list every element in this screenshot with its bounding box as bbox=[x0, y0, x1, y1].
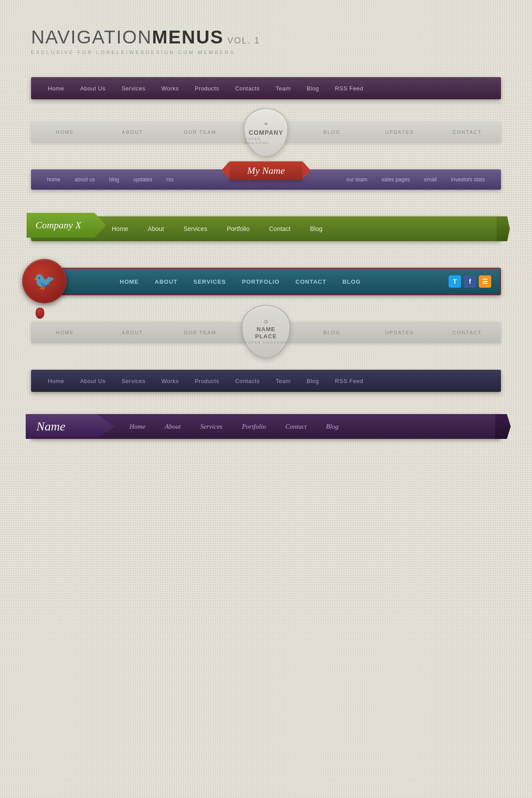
nav1-item-rssfeed[interactable]: RSS Feed bbox=[327, 77, 372, 99]
nav4-brand: Company X bbox=[27, 213, 106, 238]
nav1-container: Home About Us Services Works Products Co… bbox=[31, 77, 501, 99]
page-header: NAVIGATIONMENUSvol. 1 EXCLUSIVE FOR LORE… bbox=[31, 27, 501, 55]
nav2-badge-title: COMPANY bbox=[249, 129, 283, 137]
nav3-item-aboutus[interactable]: about us bbox=[67, 169, 102, 190]
nav2-item-ourteam[interactable]: OUR TEAM bbox=[166, 121, 234, 143]
nav3-item-blog[interactable]: blog bbox=[102, 169, 126, 190]
nav7: Home About Us Services Works Products Co… bbox=[31, 370, 501, 392]
nav3-wrapper: My Name home about us blog updates rss o… bbox=[31, 169, 501, 190]
nav4-item-portfolio[interactable]: Portfolio bbox=[217, 216, 259, 241]
nav5-item-contact[interactable]: CONTACT bbox=[288, 269, 335, 294]
nav8-wrapper: Name Home About Services Portfolio Conta… bbox=[31, 414, 501, 439]
nav7-item-contacts[interactable]: Contacts bbox=[227, 370, 267, 392]
nav2-item-about[interactable]: ABOUT bbox=[99, 121, 167, 143]
nav5-seal-circle: 🐦 bbox=[22, 259, 66, 303]
nav5-item-services[interactable]: SERVICES bbox=[185, 269, 234, 294]
nav8-item-home[interactable]: Home bbox=[120, 414, 155, 439]
nav5-item-blog[interactable]: BLOG bbox=[334, 269, 369, 294]
nav6-wrapper: NAMEPLACE SUPER AWESOME HOME ABOUT OUR T… bbox=[31, 322, 501, 343]
nav7-item-aboutus[interactable]: About Us bbox=[72, 370, 113, 392]
nav2-item-blog[interactable]: BLOG bbox=[298, 121, 366, 143]
nav3-item-investorsstats[interactable]: investors stats bbox=[444, 169, 492, 190]
nav4-wrapper: Company X Home About Services Portfolio … bbox=[31, 216, 501, 241]
nav7-item-products[interactable]: Products bbox=[187, 370, 227, 392]
nav1-item-blog[interactable]: Blog bbox=[299, 77, 327, 99]
nav6-badge-sub: SUPER AWESOME bbox=[245, 340, 288, 344]
nav8-item-about[interactable]: About bbox=[155, 414, 191, 439]
nav5-social: T f ☰ bbox=[449, 275, 491, 288]
nav7-item-team[interactable]: Team bbox=[268, 370, 299, 392]
nav5: HOME ABOUT SERVICES PORTFOLIO CONTACT BL… bbox=[31, 268, 501, 295]
nav7-container: Home About Us Services Works Products Co… bbox=[31, 370, 501, 392]
nav1-item-aboutus[interactable]: About Us bbox=[72, 77, 113, 99]
nav4-item-about[interactable]: About bbox=[138, 216, 174, 241]
nav1-item-products[interactable]: Products bbox=[187, 77, 227, 99]
nav5-seal: 🐦 bbox=[22, 259, 75, 312]
nav1-item-contacts[interactable]: Contacts bbox=[227, 77, 267, 99]
nav7-item-blog[interactable]: Blog bbox=[299, 370, 327, 392]
nav5-item-home[interactable]: HOME bbox=[112, 269, 147, 294]
page-subtitle: EXCLUSIVE FOR LORELEIWEBDESIGN.COM MEMBE… bbox=[31, 50, 501, 55]
nav3-item-salespages[interactable]: sales pages bbox=[375, 169, 417, 190]
nav6-item-ourteam[interactable]: OUR TEAM bbox=[166, 322, 234, 343]
nav4-item-home[interactable]: Home bbox=[102, 216, 138, 241]
facebook-button[interactable]: f bbox=[464, 275, 476, 288]
nav4-item-services[interactable]: Services bbox=[174, 216, 217, 241]
nav3-ribbon: My Name bbox=[230, 161, 303, 180]
title-bold: MENUS bbox=[152, 27, 224, 47]
nav2-item-home[interactable]: HOME bbox=[31, 121, 99, 143]
title-light: NAVIGATION bbox=[31, 27, 152, 47]
nav4: Company X Home About Services Portfolio … bbox=[31, 216, 501, 241]
rss-button[interactable]: ☰ bbox=[479, 275, 491, 288]
nav8-item-portfolio[interactable]: Portfolio bbox=[232, 414, 276, 439]
nav3-item-email[interactable]: email bbox=[417, 169, 444, 190]
nav8-brand: Name bbox=[26, 414, 114, 439]
title-vol: vol. 1 bbox=[227, 35, 260, 45]
twitter-button[interactable]: T bbox=[449, 275, 461, 288]
nav2-badge: COMPANY SUPER AWESOME bbox=[244, 108, 288, 157]
nav8-item-services[interactable]: Services bbox=[191, 414, 232, 439]
nav6-item-blog[interactable]: BLOG bbox=[298, 322, 366, 343]
nav3-ribbon-body: My Name bbox=[230, 161, 303, 180]
nav6-badge-title: NAMEPLACE bbox=[255, 326, 277, 340]
nav7-item-services[interactable]: Services bbox=[113, 370, 153, 392]
nav6-badge: NAMEPLACE SUPER AWESOME bbox=[242, 305, 290, 358]
nav5-item-about[interactable]: ABOUT bbox=[147, 269, 185, 294]
nav8-item-blog[interactable]: Blog bbox=[316, 414, 348, 439]
nav6-item-contact[interactable]: CONTACT bbox=[433, 322, 501, 343]
nav3-item-updates[interactable]: updates bbox=[126, 169, 160, 190]
nav1-item-team[interactable]: Team bbox=[268, 77, 299, 99]
nav8: Name Home About Services Portfolio Conta… bbox=[31, 414, 501, 439]
nav3-item-home[interactable]: home bbox=[40, 169, 67, 190]
nav2-item-contact[interactable]: CONTACT bbox=[433, 121, 501, 143]
nav2-wrapper: COMPANY SUPER AWESOME HOME ABOUT OUR TEA… bbox=[31, 121, 501, 143]
nav2-badge-sub: SUPER AWESOME bbox=[245, 137, 287, 145]
nav3-item-rss[interactable]: rss bbox=[159, 169, 180, 190]
nav1-item-services[interactable]: Services bbox=[113, 77, 153, 99]
page-title: NAVIGATIONMENUSvol. 1 bbox=[31, 27, 501, 48]
nav1: Home About Us Services Works Products Co… bbox=[31, 77, 501, 99]
nav5-seal-icon: 🐦 bbox=[33, 271, 55, 292]
nav5-seal-drip bbox=[35, 308, 44, 319]
nav1-item-home[interactable]: Home bbox=[40, 77, 72, 99]
nav7-item-works[interactable]: Works bbox=[153, 370, 187, 392]
nav7-item-home[interactable]: Home bbox=[40, 370, 72, 392]
nav3-item-ourteam[interactable]: our team bbox=[339, 169, 374, 190]
nav2-item-updates[interactable]: UPDATES bbox=[366, 121, 434, 143]
nav1-item-works[interactable]: Works bbox=[153, 77, 187, 99]
nav6-item-about[interactable]: ABOUT bbox=[99, 322, 167, 343]
nav6-item-home[interactable]: HOME bbox=[31, 322, 99, 343]
nav4-item-contact[interactable]: Contact bbox=[259, 216, 300, 241]
nav5-wrapper: 🐦 HOME ABOUT SERVICES PORTFOLIO CONTACT … bbox=[31, 268, 501, 295]
nav4-item-blog[interactable]: Blog bbox=[300, 216, 332, 241]
nav5-item-portfolio[interactable]: PORTFOLIO bbox=[234, 269, 288, 294]
nav7-item-rssfeed[interactable]: RSS Feed bbox=[327, 370, 372, 392]
nav8-item-contact[interactable]: Contact bbox=[276, 414, 317, 439]
nav6-item-updates[interactable]: UPDATES bbox=[366, 322, 434, 343]
